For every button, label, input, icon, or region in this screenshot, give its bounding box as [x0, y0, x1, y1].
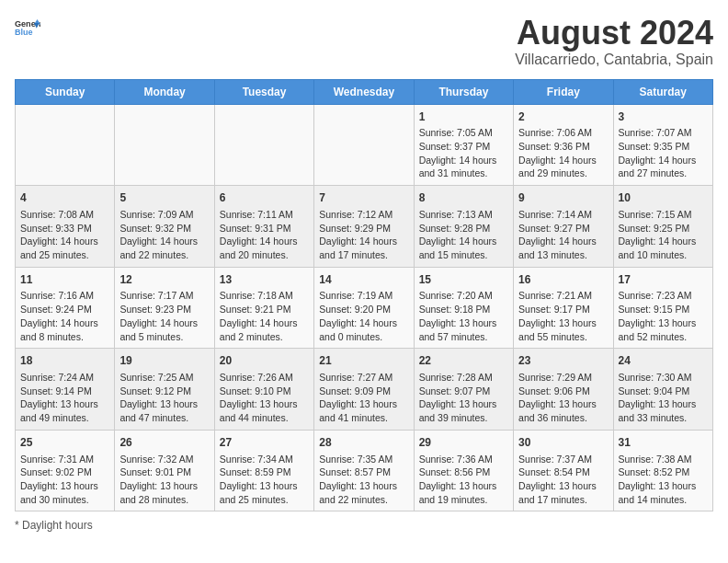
day-number: 9: [518, 190, 608, 206]
calendar-cell: 13Sunrise: 7:18 AM Sunset: 9:21 PM Dayli…: [214, 267, 313, 349]
calendar-cell: 18Sunrise: 7:24 AM Sunset: 9:14 PM Dayli…: [16, 349, 115, 431]
day-info: Sunrise: 7:07 AM Sunset: 9:35 PM Dayligh…: [619, 126, 708, 180]
calendar-cell: 19Sunrise: 7:25 AM Sunset: 9:12 PM Dayli…: [115, 349, 214, 431]
calendar-cell: 14Sunrise: 7:19 AM Sunset: 9:20 PM Dayli…: [314, 267, 414, 349]
day-number: 2: [518, 109, 608, 125]
calendar-cell: 24Sunrise: 7:30 AM Sunset: 9:04 PM Dayli…: [613, 349, 712, 431]
day-number: 13: [220, 272, 309, 288]
day-info: Sunrise: 7:20 AM Sunset: 9:18 PM Dayligh…: [419, 289, 508, 343]
calendar-cell: 27Sunrise: 7:34 AM Sunset: 8:59 PM Dayli…: [214, 430, 313, 511]
logo: General Blue: [15, 15, 40, 40]
calendar-cell: 12Sunrise: 7:17 AM Sunset: 9:23 PM Dayli…: [115, 267, 214, 349]
calendar-cell: 31Sunrise: 7:38 AM Sunset: 8:52 PM Dayli…: [613, 430, 712, 511]
calendar-cell: 21Sunrise: 7:27 AM Sunset: 9:09 PM Dayli…: [314, 349, 414, 431]
day-number: 27: [220, 435, 309, 451]
day-info: Sunrise: 7:34 AM Sunset: 8:59 PM Dayligh…: [220, 453, 309, 507]
day-info: Sunrise: 7:06 AM Sunset: 9:36 PM Dayligh…: [518, 126, 608, 180]
day-number: 5: [119, 190, 209, 206]
calendar-cell: 6Sunrise: 7:11 AM Sunset: 9:31 PM Daylig…: [214, 186, 313, 268]
day-number: 20: [220, 353, 309, 369]
calendar-cell: 10Sunrise: 7:15 AM Sunset: 9:25 PM Dayli…: [613, 186, 712, 268]
calendar-cell: 20Sunrise: 7:26 AM Sunset: 9:10 PM Dayli…: [214, 349, 313, 431]
day-number: 22: [419, 353, 508, 369]
calendar-title: August 2024: [515, 15, 713, 52]
calendar-cell: 25Sunrise: 7:31 AM Sunset: 9:02 PM Dayli…: [16, 430, 115, 511]
day-info: Sunrise: 7:38 AM Sunset: 8:52 PM Dayligh…: [619, 453, 708, 507]
calendar-week-row: 11Sunrise: 7:16 AM Sunset: 9:24 PM Dayli…: [16, 267, 713, 349]
calendar-header: SundayMondayTuesdayWednesdayThursdayFrid…: [16, 79, 713, 104]
day-info: Sunrise: 7:14 AM Sunset: 9:27 PM Dayligh…: [518, 208, 608, 262]
day-info: Sunrise: 7:27 AM Sunset: 9:09 PM Dayligh…: [319, 371, 408, 425]
day-number: 15: [419, 272, 508, 288]
day-info: Sunrise: 7:11 AM Sunset: 9:31 PM Dayligh…: [220, 208, 309, 262]
day-info: Sunrise: 7:36 AM Sunset: 8:56 PM Dayligh…: [419, 453, 508, 507]
calendar-cell: 11Sunrise: 7:16 AM Sunset: 9:24 PM Dayli…: [16, 267, 115, 349]
weekday-header: Tuesday: [214, 79, 313, 104]
calendar-week-row: 18Sunrise: 7:24 AM Sunset: 9:14 PM Dayli…: [16, 349, 713, 431]
day-number: 14: [319, 272, 408, 288]
day-info: Sunrise: 7:26 AM Sunset: 9:10 PM Dayligh…: [220, 371, 309, 425]
calendar-cell: 23Sunrise: 7:29 AM Sunset: 9:06 PM Dayli…: [514, 349, 613, 431]
day-info: Sunrise: 7:30 AM Sunset: 9:04 PM Dayligh…: [619, 371, 708, 425]
day-number: 10: [619, 190, 708, 206]
calendar-cell: 15Sunrise: 7:20 AM Sunset: 9:18 PM Dayli…: [414, 267, 513, 349]
day-info: Sunrise: 7:35 AM Sunset: 8:57 PM Dayligh…: [319, 453, 408, 507]
weekday-header: Wednesday: [314, 79, 414, 104]
calendar-cell: 8Sunrise: 7:13 AM Sunset: 9:28 PM Daylig…: [414, 186, 513, 268]
weekday-header: Sunday: [16, 79, 115, 104]
calendar-cell: 9Sunrise: 7:14 AM Sunset: 9:27 PM Daylig…: [514, 186, 613, 268]
weekday-header: Monday: [115, 79, 214, 104]
day-number: 30: [518, 435, 608, 451]
day-number: 4: [20, 190, 109, 206]
day-info: Sunrise: 7:21 AM Sunset: 9:17 PM Dayligh…: [518, 289, 608, 343]
calendar-cell: 7Sunrise: 7:12 AM Sunset: 9:29 PM Daylig…: [314, 186, 414, 268]
calendar-cell: 4Sunrise: 7:08 AM Sunset: 9:33 PM Daylig…: [16, 186, 115, 268]
day-info: Sunrise: 7:24 AM Sunset: 9:14 PM Dayligh…: [20, 371, 109, 425]
day-info: Sunrise: 7:32 AM Sunset: 9:01 PM Dayligh…: [119, 453, 209, 507]
day-number: 1: [419, 109, 508, 125]
calendar-cell: [314, 104, 414, 186]
calendar-body: 1Sunrise: 7:05 AM Sunset: 9:37 PM Daylig…: [16, 104, 713, 511]
day-info: Sunrise: 7:19 AM Sunset: 9:20 PM Dayligh…: [319, 289, 408, 343]
day-info: Sunrise: 7:15 AM Sunset: 9:25 PM Dayligh…: [619, 208, 708, 262]
weekday-header: Thursday: [414, 79, 513, 104]
calendar-cell: 1Sunrise: 7:05 AM Sunset: 9:37 PM Daylig…: [414, 104, 513, 186]
day-number: 8: [419, 190, 508, 206]
day-number: 28: [319, 435, 408, 451]
day-number: 26: [119, 435, 209, 451]
title-area: August 2024 Villacarriedo, Cantabria, Sp…: [515, 15, 713, 68]
footer-note: * Daylight hours: [15, 519, 713, 532]
calendar-cell: 28Sunrise: 7:35 AM Sunset: 8:57 PM Dayli…: [314, 430, 414, 511]
day-number: 6: [220, 190, 309, 206]
day-info: Sunrise: 7:37 AM Sunset: 8:54 PM Dayligh…: [518, 453, 608, 507]
day-info: Sunrise: 7:17 AM Sunset: 9:23 PM Dayligh…: [119, 289, 209, 343]
calendar-week-row: 4Sunrise: 7:08 AM Sunset: 9:33 PM Daylig…: [16, 186, 713, 268]
day-number: 11: [20, 272, 109, 288]
day-info: Sunrise: 7:28 AM Sunset: 9:07 PM Dayligh…: [419, 371, 508, 425]
day-number: 21: [319, 353, 408, 369]
calendar-cell: 26Sunrise: 7:32 AM Sunset: 9:01 PM Dayli…: [115, 430, 214, 511]
calendar-cell: [115, 104, 214, 186]
day-number: 7: [319, 190, 408, 206]
calendar-cell: 17Sunrise: 7:23 AM Sunset: 9:15 PM Dayli…: [613, 267, 712, 349]
calendar-cell: 3Sunrise: 7:07 AM Sunset: 9:35 PM Daylig…: [613, 104, 712, 186]
logo-icon: General Blue: [15, 15, 40, 40]
day-info: Sunrise: 7:09 AM Sunset: 9:32 PM Dayligh…: [119, 208, 209, 262]
calendar-cell: 5Sunrise: 7:09 AM Sunset: 9:32 PM Daylig…: [115, 186, 214, 268]
daylight-note: Daylight hours: [22, 519, 93, 532]
day-number: 25: [20, 435, 109, 451]
calendar-subtitle: Villacarriedo, Cantabria, Spain: [515, 52, 713, 68]
calendar-table: SundayMondayTuesdayWednesdayThursdayFrid…: [15, 79, 713, 512]
calendar-cell: [16, 104, 115, 186]
day-number: 24: [619, 353, 708, 369]
day-info: Sunrise: 7:31 AM Sunset: 9:02 PM Dayligh…: [20, 453, 109, 507]
day-info: Sunrise: 7:08 AM Sunset: 9:33 PM Dayligh…: [20, 208, 109, 262]
day-number: 23: [518, 353, 608, 369]
calendar-week-row: 25Sunrise: 7:31 AM Sunset: 9:02 PM Dayli…: [16, 430, 713, 511]
calendar-cell: [214, 104, 313, 186]
day-number: 17: [619, 272, 708, 288]
page-header: General Blue August 2024 Villacarriedo, …: [15, 15, 713, 68]
calendar-cell: 16Sunrise: 7:21 AM Sunset: 9:17 PM Dayli…: [514, 267, 613, 349]
calendar-cell: 2Sunrise: 7:06 AM Sunset: 9:36 PM Daylig…: [514, 104, 613, 186]
weekday-header: Saturday: [613, 79, 712, 104]
